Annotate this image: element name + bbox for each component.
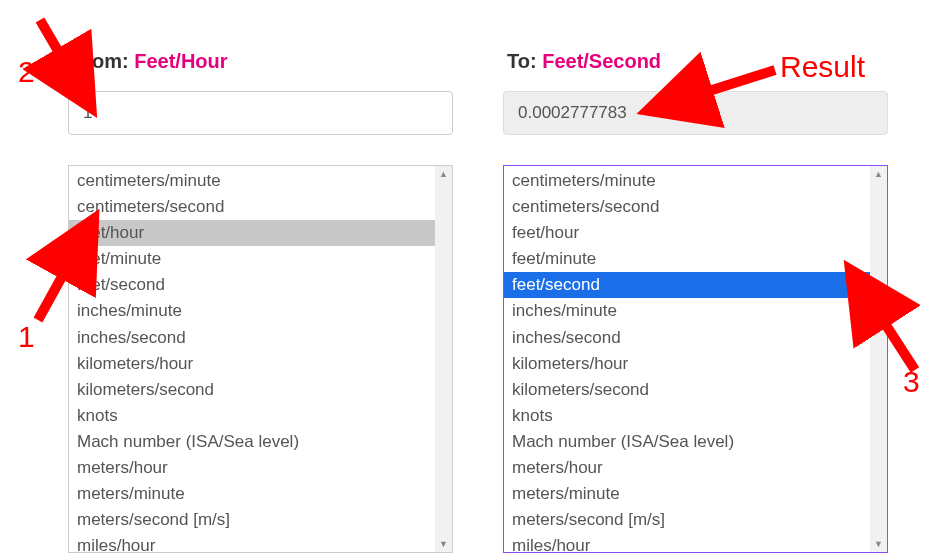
annotation-step-3: 3: [903, 365, 920, 399]
scroll-down-icon[interactable]: ▼: [870, 536, 887, 552]
annotation-step-2: 2: [18, 55, 35, 89]
to-scrollbar[interactable]: ▲ ▼: [870, 166, 887, 552]
to-label-prefix: To:: [507, 50, 542, 72]
unit-option[interactable]: feet/second: [504, 272, 870, 298]
from-label-prefix: From:: [72, 50, 134, 72]
unit-option[interactable]: feet/hour: [504, 220, 870, 246]
annotation-step-1: 1: [18, 320, 35, 354]
from-unit-listbox[interactable]: centimeters/minutecentimeters/secondfeet…: [68, 165, 453, 553]
unit-option[interactable]: kilometers/hour: [69, 351, 435, 377]
to-options: centimeters/minutecentimeters/secondfeet…: [504, 166, 870, 552]
unit-option[interactable]: meters/hour: [69, 455, 435, 481]
to-value-output: [503, 91, 888, 135]
unit-option[interactable]: feet/hour: [69, 220, 435, 246]
scroll-up-icon[interactable]: ▲: [435, 166, 452, 182]
unit-option[interactable]: centimeters/second: [69, 194, 435, 220]
annotation-result: Result: [780, 50, 865, 84]
unit-option[interactable]: kilometers/hour: [504, 351, 870, 377]
from-value-input[interactable]: [68, 91, 453, 135]
from-column: From: Feet/Hour centimeters/minutecentim…: [68, 50, 453, 553]
unit-option[interactable]: Mach number (ISA/Sea level): [69, 429, 435, 455]
unit-option[interactable]: feet/minute: [504, 246, 870, 272]
scroll-up-icon[interactable]: ▲: [870, 166, 887, 182]
unit-option[interactable]: miles/hour: [504, 533, 870, 552]
unit-option[interactable]: feet/second: [69, 272, 435, 298]
unit-option[interactable]: meters/second [m/s]: [69, 507, 435, 533]
to-unit: Feet/Second: [542, 50, 661, 72]
unit-option[interactable]: centimeters/minute: [504, 168, 870, 194]
unit-option[interactable]: meters/minute: [504, 481, 870, 507]
unit-option[interactable]: meters/second [m/s]: [504, 507, 870, 533]
unit-option[interactable]: knots: [69, 403, 435, 429]
from-label: From: Feet/Hour: [68, 50, 453, 73]
unit-option[interactable]: knots: [504, 403, 870, 429]
to-column: To: Feet/Second centimeters/minutecentim…: [503, 50, 888, 553]
unit-option[interactable]: centimeters/minute: [69, 168, 435, 194]
scroll-down-icon[interactable]: ▼: [435, 536, 452, 552]
from-unit: Feet/Hour: [134, 50, 227, 72]
unit-option[interactable]: inches/minute: [69, 298, 435, 324]
unit-option[interactable]: feet/minute: [69, 246, 435, 272]
unit-option[interactable]: kilometers/second: [504, 377, 870, 403]
from-scrollbar[interactable]: ▲ ▼: [435, 166, 452, 552]
unit-option[interactable]: inches/second: [504, 325, 870, 351]
unit-option[interactable]: miles/hour: [69, 533, 435, 552]
unit-option[interactable]: Mach number (ISA/Sea level): [504, 429, 870, 455]
unit-option[interactable]: inches/minute: [504, 298, 870, 324]
unit-option[interactable]: kilometers/second: [69, 377, 435, 403]
to-unit-listbox[interactable]: centimeters/minutecentimeters/secondfeet…: [503, 165, 888, 553]
unit-option[interactable]: inches/second: [69, 325, 435, 351]
unit-option[interactable]: meters/hour: [504, 455, 870, 481]
unit-option[interactable]: meters/minute: [69, 481, 435, 507]
unit-option[interactable]: centimeters/second: [504, 194, 870, 220]
from-options: centimeters/minutecentimeters/secondfeet…: [69, 166, 435, 552]
